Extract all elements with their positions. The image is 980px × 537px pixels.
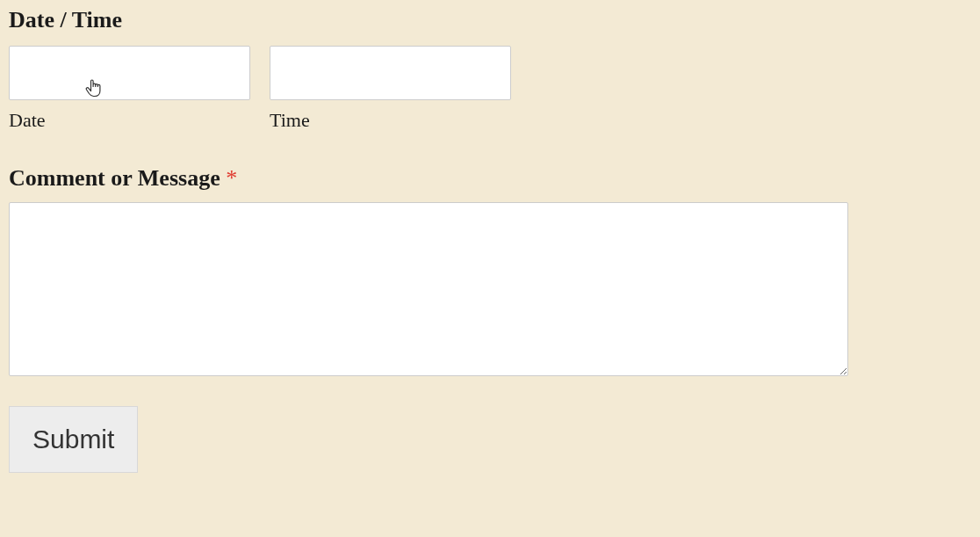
comment-heading: Comment or Message * [9, 165, 971, 192]
date-field-group: Date [9, 46, 250, 132]
date-label: Date [9, 109, 250, 132]
comment-heading-text: Comment or Message [9, 165, 226, 191]
datetime-row: Date Time [9, 46, 971, 132]
comment-textarea[interactable] [9, 202, 848, 376]
required-mark-icon: * [226, 165, 237, 191]
time-label: Time [270, 109, 511, 132]
datetime-heading: Date / Time [9, 7, 971, 33]
submit-button[interactable]: Submit [9, 406, 138, 473]
date-input[interactable] [9, 46, 250, 100]
time-field-group: Time [270, 46, 511, 132]
time-input[interactable] [270, 46, 511, 100]
